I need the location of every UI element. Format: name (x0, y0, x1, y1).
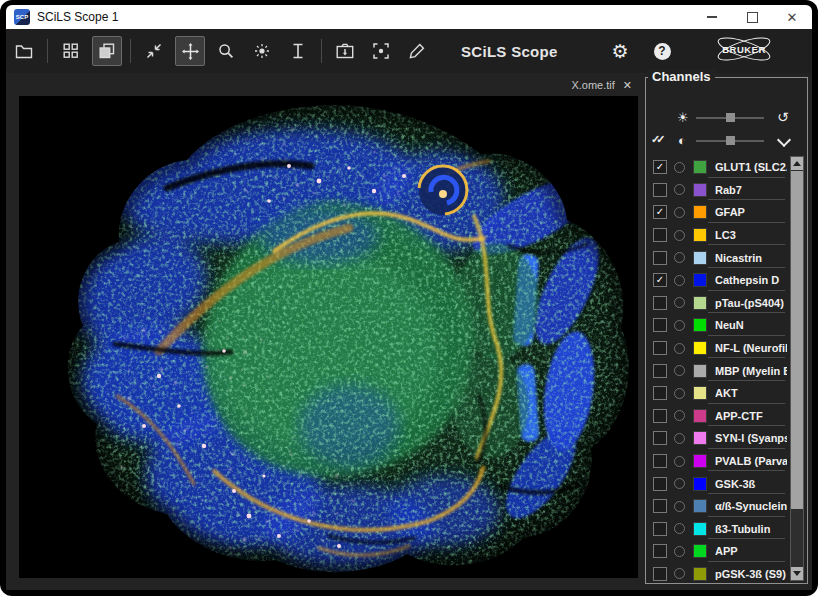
channel-label: Nicastrin (715, 252, 787, 264)
channel-row: NeuN (646, 314, 805, 337)
channel-list-scrollbar[interactable] (790, 156, 804, 581)
channel-label: NF-L (Neurofila (715, 342, 787, 354)
channel-color-swatch[interactable] (693, 499, 707, 513)
channel-visibility-checkbox[interactable]: ✓ (653, 205, 667, 219)
channel-color-swatch[interactable] (693, 567, 707, 581)
channel-color-swatch[interactable] (693, 251, 707, 265)
app-body: SCiLS Scope ⚙ ? BRUKER X.ome.t (6, 29, 812, 590)
tile-view-button[interactable] (56, 36, 86, 66)
help-button[interactable]: ? (647, 36, 677, 66)
channel-solo-radio[interactable] (674, 365, 685, 376)
channel-solo-radio[interactable] (674, 162, 685, 173)
channel-solo-radio[interactable] (674, 410, 685, 421)
channel-solo-radio[interactable] (674, 501, 685, 512)
channel-color-swatch[interactable] (693, 364, 707, 378)
channel-color-swatch[interactable] (693, 296, 707, 310)
pan-button[interactable] (175, 36, 205, 66)
channel-visibility-checkbox[interactable] (653, 228, 667, 242)
channel-solo-radio[interactable] (674, 230, 685, 241)
channel-solo-radio[interactable] (674, 184, 685, 195)
channel-visibility-checkbox[interactable] (653, 522, 667, 536)
channel-solo-radio[interactable] (674, 343, 685, 354)
capture-view-button[interactable] (366, 36, 396, 66)
channel-row-underline (708, 425, 785, 426)
minimize-button[interactable] (692, 5, 732, 29)
channel-row: ✓Cathepsin D (646, 269, 805, 292)
channel-visibility-checkbox[interactable] (653, 499, 667, 513)
channel-solo-radio[interactable] (674, 568, 685, 579)
channel-visibility-checkbox[interactable] (653, 386, 667, 400)
export-image-button[interactable] (330, 36, 360, 66)
channel-label: MBP (Myelin Ba (715, 365, 787, 377)
channel-color-swatch[interactable] (693, 477, 707, 491)
channel-visibility-checkbox[interactable] (653, 477, 667, 491)
open-file-button[interactable] (9, 36, 39, 66)
image-tab[interactable]: X.ome.tif ✕ (554, 76, 632, 94)
channel-row: GSK-3ß (646, 472, 805, 495)
brightness-button[interactable] (247, 36, 277, 66)
zoom-button[interactable] (211, 36, 241, 66)
channel-color-swatch[interactable] (693, 522, 707, 536)
channel-solo-radio[interactable] (674, 523, 685, 534)
channel-visibility-checkbox[interactable] (653, 454, 667, 468)
channel-solo-radio[interactable] (674, 297, 685, 308)
fit-view-button[interactable] (139, 36, 169, 66)
channel-solo-radio[interactable] (674, 433, 685, 444)
channel-color-swatch[interactable] (693, 273, 707, 287)
measure-button[interactable] (402, 36, 432, 66)
channel-visibility-checkbox[interactable] (653, 544, 667, 558)
reset-icon[interactable]: ↺ (777, 109, 789, 125)
contrast-slider[interactable] (696, 140, 764, 142)
channel-visibility-checkbox[interactable] (653, 296, 667, 310)
channel-color-swatch[interactable] (693, 431, 707, 445)
channel-color-swatch[interactable] (693, 205, 707, 219)
channel-color-swatch[interactable] (693, 386, 707, 400)
channel-color-swatch[interactable] (693, 409, 707, 423)
channel-visibility-checkbox[interactable] (653, 567, 667, 581)
contrast-slider-handle[interactable] (726, 136, 735, 145)
channel-solo-radio[interactable] (674, 456, 685, 467)
channel-color-swatch[interactable] (693, 454, 707, 468)
channel-visibility-checkbox[interactable] (653, 183, 667, 197)
channel-color-swatch[interactable] (693, 160, 707, 174)
channel-solo-radio[interactable] (674, 320, 685, 331)
image-viewport[interactable] (19, 96, 638, 578)
channel-color-swatch[interactable] (693, 544, 707, 558)
maximize-icon (747, 12, 758, 23)
chevron-down-icon[interactable] (777, 133, 791, 147)
close-button[interactable]: ✕ (772, 5, 812, 29)
channel-solo-radio[interactable] (674, 388, 685, 399)
channel-color-swatch[interactable] (693, 318, 707, 332)
channel-visibility-checkbox[interactable]: ✓ (653, 273, 667, 287)
channel-visibility-checkbox[interactable] (653, 318, 667, 332)
brightness-slider-handle[interactable] (726, 113, 735, 122)
channel-row-underline (708, 561, 785, 562)
channel-row-underline (708, 177, 785, 178)
brightness-slider[interactable] (696, 117, 764, 119)
overlay-view-button[interactable] (92, 36, 122, 66)
channel-visibility-checkbox[interactable] (653, 251, 667, 265)
main-toolbar: SCiLS Scope ⚙ ? BRUKER (6, 29, 812, 73)
tab-close-icon[interactable]: ✕ (623, 79, 632, 92)
channel-color-swatch[interactable] (693, 183, 707, 197)
channel-visibility-checkbox[interactable] (653, 341, 667, 355)
maximize-button[interactable] (732, 5, 772, 29)
scrollbar-thumb[interactable] (791, 171, 803, 509)
channel-visibility-checkbox[interactable] (653, 409, 667, 423)
channel-visibility-checkbox[interactable]: ✓ (653, 160, 667, 174)
channel-color-swatch[interactable] (693, 228, 707, 242)
channel-visibility-checkbox[interactable] (653, 431, 667, 445)
channel-color-swatch[interactable] (693, 341, 707, 355)
select-all-icon[interactable]: ✓✓ (651, 133, 661, 146)
scroll-up-button[interactable] (791, 157, 803, 170)
channel-solo-radio[interactable] (674, 478, 685, 489)
channel-label: pGSK-3ß (S9) (715, 568, 787, 580)
channel-visibility-checkbox[interactable] (653, 364, 667, 378)
channel-solo-radio[interactable] (674, 252, 685, 263)
channel-solo-radio[interactable] (674, 207, 685, 218)
channel-solo-radio[interactable] (674, 275, 685, 286)
scroll-down-button[interactable] (791, 567, 803, 580)
settings-button[interactable]: ⚙ (605, 36, 635, 66)
channel-solo-radio[interactable] (674, 546, 685, 557)
levels-button[interactable] (283, 36, 313, 66)
